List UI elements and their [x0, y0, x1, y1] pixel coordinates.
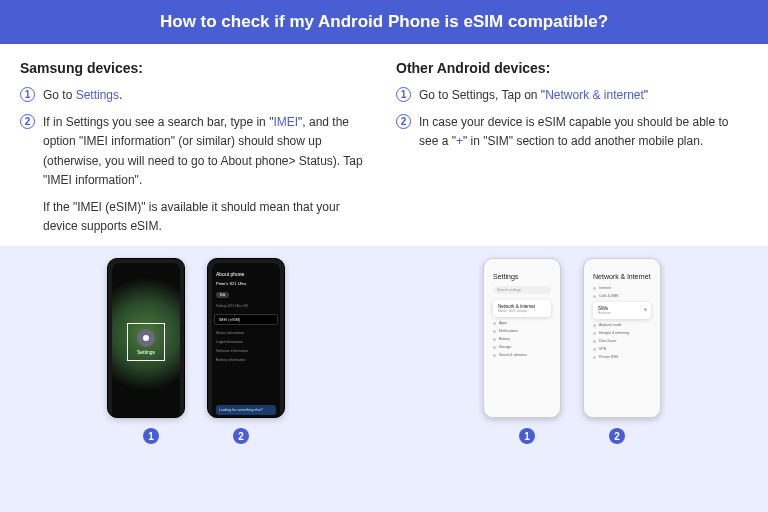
page-title: How to check if my Android Phone is eSIM… — [0, 0, 768, 44]
step-number-icon: 1 — [396, 87, 411, 102]
device-name: Peter's S21 Ultra — [216, 281, 276, 286]
settings-title: Settings — [493, 273, 551, 280]
other-phone-2: Network & internet Internet Calls & SMS … — [583, 258, 661, 418]
card-subtitle: Mobile, Wi-Fi, hotspot — [498, 309, 546, 313]
other-step-1: 1 Go to Settings, Tap on "Network & inte… — [396, 86, 748, 105]
samsung-phone-2: About phone Peter's S21 Ultra Edit Galax… — [207, 258, 285, 418]
about-phone-header: About phone — [216, 271, 276, 277]
list-item: Hotspot & tethering — [593, 331, 651, 335]
settings-tile: Settings — [127, 323, 165, 361]
samsung-step-2: 2 If in Settings you see a search bar, t… — [20, 113, 372, 190]
screenshot-number-icon: 1 — [519, 428, 535, 444]
settings-link: Settings — [76, 88, 119, 102]
step-number-icon: 2 — [20, 114, 35, 129]
search-bar: Search settings — [493, 286, 551, 294]
imei-row: IMEI (eSIM) — [214, 314, 278, 325]
network-link: Network & internet — [545, 88, 644, 102]
about-row: Battery information — [216, 358, 276, 362]
step-text: Go to Settings. — [43, 86, 372, 105]
list-item: VPN — [593, 347, 651, 351]
sim-card: + SIMs Huchison — [593, 302, 651, 319]
instructions-body: Samsung devices: 1 Go to Settings. 2 If … — [0, 44, 768, 246]
samsung-screenshots: Settings About phone Peter's S21 Ultra E… — [20, 246, 372, 454]
step-number-icon: 1 — [20, 87, 35, 102]
plus-link: + — [456, 134, 463, 148]
about-row: Status information — [216, 331, 276, 335]
other-network-screen: Network & internet Internet Calls & SMS … — [588, 263, 656, 418]
plus-icon: + — [643, 306, 647, 312]
other-step-2: 2 In case your device is eSIM capable yo… — [396, 113, 748, 151]
samsung-phone-1: Settings — [107, 258, 185, 418]
other-phone-1: Settings Search settings Network & inter… — [483, 258, 561, 418]
network-card: Network & internet Mobile, Wi-Fi, hotspo… — [493, 300, 551, 317]
screenshot-number-icon: 2 — [233, 428, 249, 444]
gear-icon — [137, 329, 155, 347]
list-item: Apps — [493, 321, 551, 325]
about-row: Legal information — [216, 340, 276, 344]
network-title: Network & internet — [593, 273, 651, 280]
list-item: Sound & vibration — [493, 353, 551, 357]
screenshot-number-icon: 2 — [609, 428, 625, 444]
list-item: Storage — [493, 345, 551, 349]
samsung-heading: Samsung devices: — [20, 60, 372, 76]
list-item: Internet — [593, 286, 651, 290]
samsung-homescreen: Settings — [112, 263, 180, 418]
card-subtitle: Huchison — [598, 311, 646, 315]
step-number-icon: 2 — [396, 114, 411, 129]
list-item: Data Saver — [593, 339, 651, 343]
list-item: Private DNS — [593, 355, 651, 359]
edit-pill: Edit — [216, 292, 229, 298]
other-column: Other Android devices: 1 Go to Settings,… — [396, 60, 748, 236]
other-settings-screen: Settings Search settings Network & inter… — [488, 263, 556, 418]
step-text: Go to Settings, Tap on "Network & intern… — [419, 86, 748, 105]
screenshot-number-icon: 1 — [143, 428, 159, 444]
about-row: Software information — [216, 349, 276, 353]
about-footer: Looking for something else? — [216, 405, 276, 415]
screenshots-row: Settings About phone Peter's S21 Ultra E… — [0, 246, 768, 454]
list-item: Battery — [493, 337, 551, 341]
samsung-about-screen: About phone Peter's S21 Ultra Edit Galax… — [212, 263, 280, 418]
step-text: If in Settings you see a search bar, typ… — [43, 113, 372, 190]
samsung-column: Samsung devices: 1 Go to Settings. 2 If … — [20, 60, 372, 236]
step-text: In case your device is eSIM capable you … — [419, 113, 748, 151]
list-item: Airplane mode — [593, 323, 651, 327]
imei-link: IMEI — [273, 115, 298, 129]
other-heading: Other Android devices: — [396, 60, 748, 76]
about-row: Galaxy S21 Ultra 5G — [216, 304, 276, 308]
list-item: Calls & SMS — [593, 294, 651, 298]
samsung-step-1: 1 Go to Settings. — [20, 86, 372, 105]
samsung-extra-note: If the "IMEI (eSIM)" is available it sho… — [43, 198, 372, 236]
other-screenshots: Settings Search settings Network & inter… — [396, 246, 748, 454]
settings-label: Settings — [137, 349, 155, 355]
list-item: Notifications — [493, 329, 551, 333]
